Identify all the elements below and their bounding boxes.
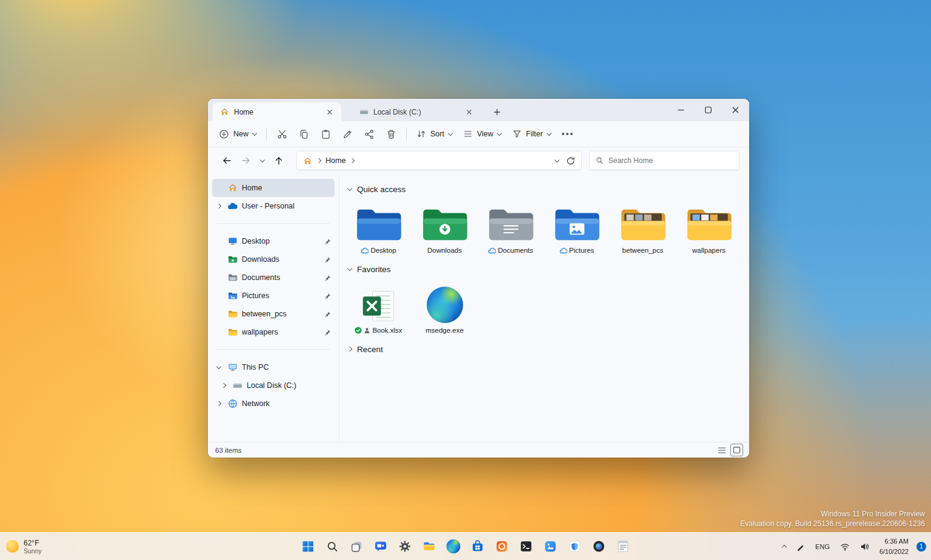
tab-home[interactable]: Home (213, 102, 341, 121)
folder-icon (228, 309, 238, 319)
address-bar[interactable]: Home (296, 151, 582, 170)
pin-icon (324, 293, 331, 299)
file-name: Documents (498, 247, 533, 254)
sort-icon (416, 129, 426, 139)
volume-tray-button[interactable] (856, 536, 874, 558)
expand-chevron-icon[interactable] (216, 401, 221, 406)
edge-button[interactable] (442, 535, 465, 559)
sidebar-item-documents[interactable]: Documents (212, 268, 335, 287)
collapse-chevron-icon[interactable] (216, 364, 221, 369)
pen-tray-button[interactable] (792, 536, 809, 558)
file-name: Downloads (427, 247, 462, 254)
share-button[interactable] (359, 124, 379, 144)
search-box[interactable] (589, 151, 739, 170)
settings-button[interactable] (394, 535, 416, 559)
tab-label: Local Disk (C:) (373, 108, 458, 116)
sidebar-item-onedrive-personal[interactable]: User - Personal (212, 197, 335, 215)
view-button[interactable]: View (458, 124, 506, 144)
file-explorer-button[interactable] (418, 535, 441, 559)
sort-button[interactable]: Sort (412, 124, 457, 144)
chat-button[interactable] (370, 535, 392, 559)
sidebar-item-label: User - Personal (242, 202, 295, 210)
task-view-button[interactable] (345, 535, 368, 559)
notification-badge[interactable]: 1 (916, 542, 926, 552)
file-tile-downloads[interactable]: Downloads (412, 201, 478, 254)
back-button[interactable] (218, 152, 236, 170)
expand-chevron-icon[interactable] (216, 204, 221, 208)
breadcrumb-item[interactable]: Home (325, 156, 345, 165)
tab-close-icon[interactable] (323, 105, 336, 119)
paste-button[interactable] (315, 124, 336, 144)
view-button-label: View (477, 130, 493, 138)
breadcrumb-chevron-icon[interactable] (350, 158, 355, 163)
notepad-button[interactable] (612, 535, 635, 559)
sidebar-item-this-pc[interactable]: This PC (212, 358, 335, 376)
collapse-chevron-icon[interactable] (347, 266, 352, 271)
tray-overflow-button[interactable] (778, 536, 790, 558)
sidebar-item-label: Documents (242, 273, 280, 282)
minimize-button[interactable] (667, 99, 695, 121)
section-quick-access[interactable]: Quick access (345, 182, 749, 196)
sidebar-item-desktop[interactable]: Desktop (212, 232, 335, 250)
large-icons-view-toggle[interactable] (730, 444, 743, 456)
file-tile-book-xlsx[interactable]: Book.xlsx (345, 281, 412, 334)
search-input[interactable] (609, 156, 733, 165)
refresh-icon[interactable] (566, 156, 575, 165)
sidebar-item-label: between_pcs (242, 310, 287, 318)
sidebar-item-pictures[interactable]: Pictures (212, 287, 335, 305)
start-button[interactable] (297, 535, 319, 559)
recent-locations-button[interactable] (256, 152, 269, 170)
sidebar-item-downloads[interactable]: Downloads (212, 250, 335, 268)
file-tile-msedge[interactable]: msedge.exe (412, 281, 478, 334)
cut-button[interactable] (272, 124, 292, 144)
details-view-icon[interactable] (717, 445, 727, 455)
file-tile-wallpapers[interactable]: wallpapers (676, 201, 742, 254)
sidebar-item-wallpapers[interactable]: wallpapers (212, 323, 335, 341)
clock[interactable]: 6:36 AM 6/10/2022 (876, 536, 912, 558)
copy-button[interactable] (293, 124, 314, 144)
copy-icon (299, 129, 309, 139)
pinned-app-orange-button[interactable] (491, 535, 513, 559)
file-tile-documents[interactable]: Documents (478, 201, 544, 254)
network-tray-button[interactable] (836, 536, 854, 558)
collapse-chevron-icon[interactable] (347, 186, 352, 191)
file-tile-pictures[interactable]: Pictures (544, 201, 610, 254)
weather-widget[interactable]: 62°F Sunny (6, 539, 42, 555)
sidebar-item-local-disk[interactable]: Local Disk (C:) (217, 376, 335, 395)
forward-button[interactable] (237, 152, 255, 170)
chevron-down-icon (497, 131, 502, 136)
file-tile-between-pcs[interactable]: between_pcs (610, 201, 676, 254)
section-favorites[interactable]: Favorites (345, 262, 749, 276)
documents-folder-icon (228, 273, 238, 282)
address-dropdown-icon[interactable] (555, 158, 559, 162)
store-button[interactable] (467, 535, 489, 559)
close-button[interactable] (722, 99, 749, 121)
up-button[interactable] (270, 152, 288, 170)
filter-button[interactable]: Filter (507, 124, 556, 144)
task-view-icon (350, 540, 363, 553)
media-app-button[interactable] (588, 535, 610, 559)
new-tab-button[interactable] (490, 105, 504, 119)
more-options-button[interactable] (557, 124, 578, 144)
taskbar-search-button[interactable] (321, 535, 344, 559)
maximize-button[interactable] (695, 99, 722, 121)
file-tile-desktop[interactable]: Desktop (345, 201, 412, 254)
section-recent[interactable]: Recent (345, 342, 749, 356)
tab-local-disk[interactable]: Local Disk (C:) (352, 102, 481, 121)
new-button[interactable]: New (214, 124, 261, 144)
tab-close-icon[interactable] (462, 105, 476, 119)
delete-button[interactable] (381, 124, 401, 144)
sidebar-item-label: Network (242, 399, 270, 408)
paste-icon (321, 129, 331, 139)
sidebar-item-home[interactable]: Home (212, 179, 335, 197)
rename-button[interactable] (337, 124, 358, 144)
camera-lens-icon (592, 539, 606, 553)
pinned-app-blue-button[interactable] (539, 535, 562, 559)
language-indicator[interactable]: ENG (811, 536, 834, 558)
sidebar-item-network[interactable]: Network (212, 395, 335, 413)
terminal-button[interactable] (515, 535, 538, 559)
expand-chevron-icon[interactable] (221, 383, 226, 388)
windows-security-button[interactable] (564, 535, 586, 559)
expand-chevron-icon[interactable] (347, 347, 352, 352)
sidebar-item-between-pcs[interactable]: between_pcs (212, 305, 335, 323)
